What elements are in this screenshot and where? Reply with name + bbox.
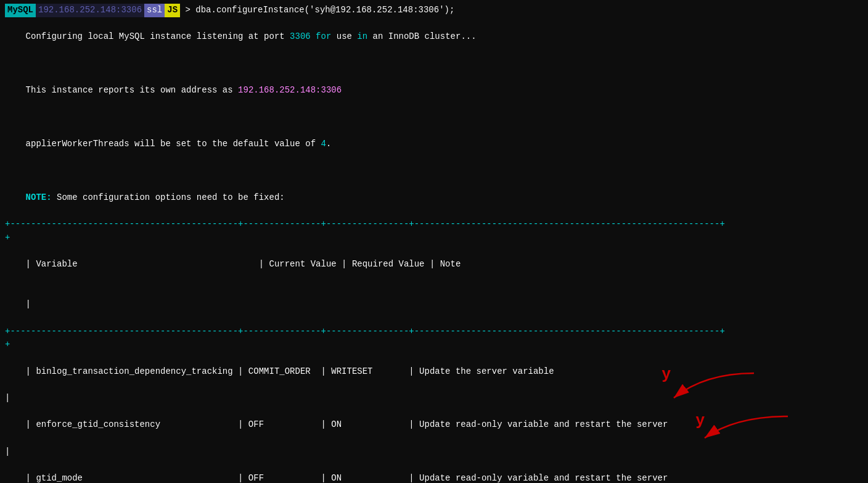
note-line: NOTE: Some configuration options need to… [5,178,863,218]
blank-3 [5,164,863,178]
plus-line-1: + [5,231,863,245]
table-header: | Variable | Current Value | Required Va… [5,244,863,284]
mysql-badge: MySQL [5,4,36,17]
pipe-line: | [5,284,863,324]
dashed-line-2: +---------------------------------------… [5,325,863,339]
command-text: > dba.configureInstance('syh@192.168.252… [180,4,454,17]
table-row-3: | gtid_mode | OFF | ON | Update read-onl… [5,458,863,483]
js-badge: JS [165,4,180,17]
output-line-5: applierWorkerThreads will be set to the … [5,124,863,164]
arrow-svg-1 [668,370,760,407]
prompt-line: MySQL 192.168.252.148:3306 ssl JS > dba.… [5,4,863,17]
terminal: MySQL 192.168.252.148:3306 ssl JS > dba.… [0,0,868,483]
arrow-svg-2 [698,413,794,447]
output-line-1: Configuring local MySQL instance listeni… [5,17,863,57]
ssl-badge: ssl [144,4,165,17]
dashed-line-1: +---------------------------------------… [5,218,863,231]
ip-badge: 192.168.252.148:3306 [36,4,144,17]
blank-2 [5,111,863,125]
output-line-3: This instance reports its own address as… [5,70,863,110]
plus-line-2: + [5,338,863,352]
blank-1 [5,57,863,71]
